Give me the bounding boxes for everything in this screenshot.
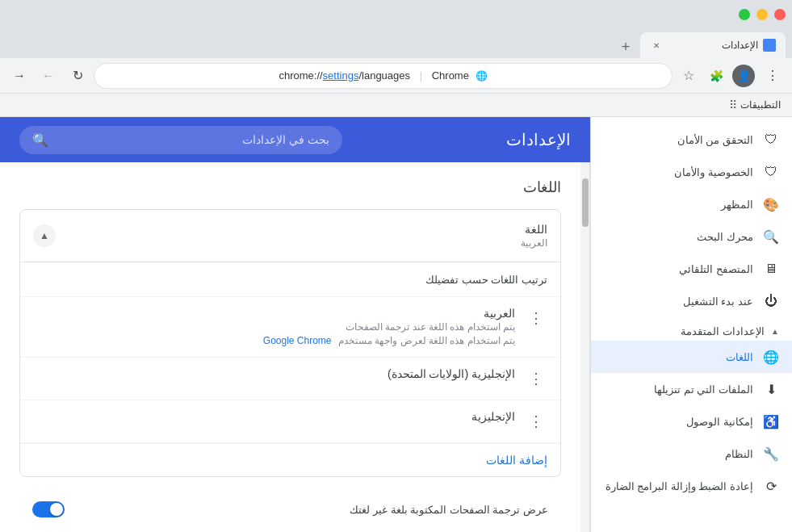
browser-window: ✕ – □ الإعدادات ✕ + ⋮ 👤 🧩 ☆ chrome://set…: [0, 0, 792, 532]
sidebar-label-privacy: الخصوصية والأمان: [604, 166, 753, 178]
back-button[interactable]: ←: [36, 63, 61, 89]
sidebar: 🛡 التحقق من الأمان 🛡 الخصوصية والأمان 🎨 …: [590, 117, 792, 532]
address-settings: settings: [323, 69, 359, 82]
shield-icon: 🛡: [763, 132, 779, 148]
language-section-card: اللغة العربية ▲ ترتيب اللغات حسب تفضيلك …: [19, 209, 561, 477]
maximize-window-button[interactable]: □: [739, 9, 750, 20]
section-subtitle: العربية: [521, 237, 547, 249]
sidebar-item-security[interactable]: 🛡 التحقق من الأمان: [591, 124, 792, 156]
add-language-button[interactable]: إضافة اللغات: [20, 444, 560, 476]
close-window-button[interactable]: ✕: [774, 9, 786, 20]
arabic-desc2: يتم استخدام هذه اللغة لعرض واجهة مستخدم …: [33, 333, 515, 347]
browser-icon: 🖥: [763, 261, 779, 277]
sort-description: ترتيب اللغات حسب تفضيلك: [20, 262, 560, 297]
search-icon: 🔍: [763, 228, 779, 245]
apps-grid-icon: ⠿: [729, 98, 737, 111]
search-icon[interactable]: 🔍: [32, 132, 48, 148]
arabic-menu-button[interactable]: ⋮: [525, 307, 547, 329]
english-name: الإنجليزية: [33, 410, 515, 423]
sidebar-label-languages: اللغات: [604, 351, 753, 363]
tab-title: الإعدادات: [722, 40, 758, 51]
tab-favicon: [763, 39, 776, 52]
sidebar-label-browser: المتصفح التلقائي: [604, 263, 753, 275]
sort-label: ترتيب اللغات حسب تفضيلك: [425, 274, 547, 286]
new-tab-button[interactable]: +: [614, 36, 637, 58]
system-icon: 🔧: [763, 446, 779, 462]
sidebar-item-default-browser[interactable]: 🖥 المتصفح التلقائي: [591, 253, 792, 285]
scroll-thumb: [582, 178, 589, 227]
search-input[interactable]: [55, 133, 329, 146]
content-body: اللغات اللغة العربية ▲ ترتيب اللغات حسب …: [0, 162, 590, 532]
content-section: الإعدادات 🔍 اللغات: [0, 117, 590, 532]
sidebar-label-startup: عند بدء التشغيل: [604, 295, 753, 308]
arabic-desc2-prefix: يتم استخدام هذه اللغة لعرض واجهة مستخدم: [338, 335, 515, 346]
spellcheck-toggle-row: التدقيق الإملائي: [19, 529, 561, 532]
collapse-button[interactable]: ▲: [33, 224, 56, 247]
language-item-arabic: ⋮ العربية يتم استخدام هذه اللغة عند ترجم…: [20, 297, 560, 358]
profile-avatar: 👤: [732, 65, 755, 87]
tab-settings[interactable]: الإعدادات ✕: [640, 32, 786, 58]
chevron-up-icon: ▲: [771, 327, 779, 336]
address-divider: |: [420, 69, 422, 82]
sidebar-label-reset: إعادة الضبط وإزالة البرامج الضارة: [604, 480, 753, 492]
address-scheme: chrome://: [279, 69, 322, 82]
settings-header: الإعدادات 🔍: [0, 117, 590, 162]
sidebar-item-appearance[interactable]: 🎨 المظهر: [591, 188, 792, 220]
palette-icon: 🎨: [763, 196, 779, 212]
startup-icon: ⏻: [763, 293, 779, 309]
sidebar-item-accessibility[interactable]: ♿ إمكانية الوصول: [591, 405, 792, 438]
menu-button[interactable]: ⋮: [760, 63, 786, 89]
bookmark-button[interactable]: ☆: [676, 63, 702, 89]
minimize-window-button[interactable]: –: [756, 9, 768, 20]
reload-button[interactable]: ↻: [65, 63, 90, 89]
window-controls: ✕ – □: [739, 9, 786, 20]
title-bar: ✕ – □: [0, 0, 792, 29]
content-area: اللغات اللغة العربية ▲ ترتيب اللغات حسب …: [0, 162, 580, 532]
site-info-icon: 🌐: [476, 70, 488, 82]
main-layout: 🛡 التحقق من الأمان 🛡 الخصوصية والأمان 🎨 …: [0, 117, 792, 532]
translate-label: عرض ترجمة الصفحات المكتوبة بلغة غير لغتك: [350, 504, 548, 516]
arabic-desc1: يتم استخدام هذه اللغة عند ترجمة الصفحات: [33, 321, 515, 333]
profile-button[interactable]: 👤: [731, 63, 756, 89]
sidebar-item-startup[interactable]: ⏻ عند بدء التشغيل: [591, 285, 792, 317]
settings-page-title: الإعدادات: [506, 130, 571, 149]
address-bar[interactable]: chrome://settings/languages | Chrome 🌐: [94, 63, 673, 89]
extensions-button[interactable]: 🧩: [705, 65, 727, 87]
language-item-english: ⋮ الإنجليزية: [20, 400, 560, 443]
navigation-bar: ⋮ 👤 🧩 ☆ chrome://settings/languages | Ch…: [0, 58, 792, 94]
accessibility-icon: ♿: [763, 413, 779, 429]
chrome-label: Chrome: [432, 69, 469, 82]
chrome-link[interactable]: Google Chrome: [263, 335, 332, 346]
tab-bar: الإعدادات ✕ +: [0, 29, 792, 58]
language-item-english-us: ⋮ الإنجليزية (الولايات المتحدة): [20, 358, 560, 400]
sidebar-item-downloads[interactable]: ⬇ الملفات التي تم تنزيلها: [591, 373, 792, 405]
english-us-name: الإنجليزية (الولايات المتحدة): [33, 367, 515, 380]
privacy-shield-icon: 🛡: [763, 164, 779, 180]
advanced-section-header[interactable]: ▲ الإعدادات المتقدمة: [591, 317, 792, 341]
bookmarks-bar: ⠿ التطبيقات: [0, 94, 792, 117]
sidebar-item-search-engine[interactable]: 🔍 محرك البحث: [591, 220, 792, 253]
download-icon: ⬇: [763, 381, 779, 397]
translate-toggle[interactable]: [32, 501, 65, 517]
forward-button[interactable]: →: [6, 63, 32, 89]
reset-icon: ⟳: [763, 478, 779, 494]
advanced-section-label: الإعدادات المتقدمة: [681, 325, 765, 337]
sidebar-item-privacy[interactable]: 🛡 الخصوصية والأمان: [591, 156, 792, 188]
sidebar-item-languages[interactable]: 🌐 اللغات: [591, 341, 792, 373]
search-bar[interactable]: 🔍: [19, 126, 342, 154]
english-info: الإنجليزية: [33, 410, 515, 425]
add-language-divider: إضافة اللغات: [20, 443, 560, 476]
toggle-knob: [50, 503, 63, 516]
sidebar-item-reset[interactable]: ⟳ إعادة الضبط وإزالة البرامج الضارة: [591, 470, 792, 502]
english-us-menu-button[interactable]: ⋮: [525, 367, 547, 390]
sidebar-label-appearance: المظهر: [604, 199, 753, 211]
sidebar-label-search: محرك البحث: [604, 231, 753, 243]
sidebar-item-system[interactable]: 🔧 النظام: [591, 438, 792, 470]
close-tab-button[interactable]: ✕: [650, 39, 663, 52]
english-us-info: الإنجليزية (الولايات المتحدة): [33, 367, 515, 382]
english-menu-button[interactable]: ⋮: [525, 410, 547, 433]
section-title: اللغة: [521, 223, 547, 236]
apps-bookmark[interactable]: ⠿ التطبيقات: [724, 97, 786, 113]
address-path: /languages: [358, 69, 410, 82]
sidebar-label-accessibility: إمكانية الوصول: [604, 416, 753, 428]
